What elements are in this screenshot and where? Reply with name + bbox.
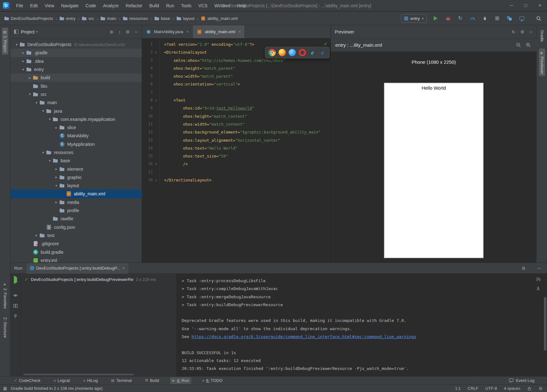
pin-icon[interactable] <box>13 314 18 319</box>
tree-item-.gitignore[interactable]: .gitignore <box>10 240 142 248</box>
breadcrumb-item-DevEcoStudioProjects[interactable]: DevEcoStudioProjects <box>4 16 53 21</box>
tree-item-slice[interactable]: ▸slice <box>10 123 142 132</box>
breadcrumb-item-layout[interactable]: layout <box>177 16 194 21</box>
tree-item-libs[interactable]: libs <box>10 82 142 90</box>
tree-item-java[interactable]: ▾java <box>10 107 142 115</box>
menu-run[interactable]: Run <box>162 0 178 11</box>
menu-vcs[interactable]: VCS <box>195 0 211 11</box>
tree-expanded-arrow[interactable]: ▾ <box>33 101 39 105</box>
hide-panel-icon[interactable]: ─ <box>529 29 532 34</box>
horizontal-scrollbar[interactable] <box>23 374 134 375</box>
toolwindow-button-build[interactable]: ⚒Build <box>143 377 162 384</box>
tree-item-element[interactable]: ▸element <box>10 165 142 173</box>
tree-item-media[interactable]: ▸media <box>10 198 142 206</box>
indent-widget[interactable]: 4 spaces <box>504 386 520 391</box>
caret-position-widget[interactable]: 1:1 <box>455 386 461 391</box>
sidebar-tab-previewer[interactable]: ◉ Previewer <box>539 49 545 76</box>
tree-item-main[interactable]: ▾main <box>10 98 142 107</box>
chrome-browser-icon[interactable] <box>268 49 276 56</box>
tree-item-build.gradle[interactable]: build.gradle <box>10 248 142 256</box>
tree-expanded-arrow[interactable]: ▾ <box>47 117 53 121</box>
locate-file-icon[interactable]: ⊕ <box>110 29 114 34</box>
breadcrumb-item-base[interactable]: base <box>155 16 170 21</box>
tree-item-.gradle[interactable]: ▸.gradle <box>10 49 142 57</box>
close-tab-icon[interactable]: × <box>122 266 125 270</box>
toolwindow-button-hilog[interactable]: ≡HiLog <box>81 377 100 384</box>
search-everywhere-button[interactable] <box>535 15 542 22</box>
menu-build[interactable]: Build <box>146 0 162 11</box>
menu-edit[interactable]: Edit <box>27 0 41 11</box>
tree-item-graphic[interactable]: ▸graphic <box>10 173 142 181</box>
tree-expanded-arrow[interactable]: ▾ <box>53 184 59 188</box>
settings-gear-icon[interactable]: ⚙ <box>126 29 130 34</box>
soft-wrap-icon[interactable] <box>536 277 541 282</box>
settings-gear-icon[interactable]: ⚙ <box>521 29 525 34</box>
rerun-button[interactable] <box>14 277 17 282</box>
sidebar-tab-project[interactable]: ▦ 1: Project <box>2 28 8 55</box>
tree-item-entry.iml[interactable]: entry.iml <box>10 256 142 263</box>
breadcrumb-item-entry[interactable]: entry <box>60 16 75 21</box>
breadcrumb-item-resources[interactable]: resources <box>123 16 148 21</box>
tree-expanded-arrow[interactable]: ▾ <box>47 159 53 163</box>
show-passed-icon[interactable] <box>13 293 18 298</box>
inspections-ok-icon[interactable]: ✓ <box>324 41 328 47</box>
sidebar-tab-structure[interactable]: Z: Structure <box>0 315 10 340</box>
tree-item-rawfile[interactable]: rawfile <box>10 215 142 223</box>
tree-item-profile[interactable]: profile <box>10 206 142 215</box>
debug-button[interactable] <box>444 15 451 22</box>
maximize-button[interactable]: □ <box>519 0 533 11</box>
opera-browser-icon[interactable] <box>299 49 306 56</box>
event-log-button[interactable]: Event Log <box>509 378 547 383</box>
tree-item-ability_main.xml[interactable]: ability_main.xml <box>10 190 142 198</box>
tree-item-build[interactable]: ▸build <box>10 74 142 82</box>
tree-item-base[interactable]: ▾base <box>10 157 142 165</box>
toolwindow-button-terminal[interactable]: ▤Terminal <box>109 377 134 384</box>
run-task-tree[interactable]: ✓ DevEcoStudioProjects [:entry:buildDebu… <box>21 274 177 377</box>
run-tab[interactable]: DevEcoStudioProjects [:entry:buildDebugP… <box>26 263 128 274</box>
chevron-down-icon[interactable]: ▾ <box>36 30 38 33</box>
menu-navigate[interactable]: Navigate <box>58 0 82 11</box>
tree-expanded-arrow[interactable]: ▾ <box>20 68 26 72</box>
minimize-button[interactable]: ─ <box>504 0 519 11</box>
tree-item-MyApplication[interactable]: MyApplication <box>10 140 142 148</box>
breadcrumb-item-main[interactable]: main <box>101 16 116 21</box>
encoding-widget[interactable]: UTF-8 <box>485 386 497 391</box>
tree-item-layout[interactable]: ▾layout <box>10 181 142 190</box>
menu-file[interactable]: File <box>13 0 27 11</box>
project-structure-button[interactable] <box>506 15 513 22</box>
menu-refactor[interactable]: Refactor <box>122 0 146 11</box>
run-config-select[interactable]: entry ▾ <box>401 14 427 23</box>
settings-gear-icon[interactable]: ⚙ <box>522 266 526 271</box>
tab-mainability-java[interactable]: MainAbility.java × <box>142 25 193 38</box>
ie-browser-icon[interactable]: e <box>309 49 316 56</box>
fold-marker-icon[interactable]: ∨ <box>153 48 160 56</box>
close-button[interactable]: × <box>533 0 547 11</box>
hide-panel-icon[interactable]: ─ <box>538 266 541 271</box>
tree-collapsed-arrow[interactable]: ▸ <box>27 76 33 80</box>
tool-window-switcher-icon[interactable]: ▦ <box>3 386 7 391</box>
tree-expanded-arrow[interactable]: ▾ <box>27 92 33 96</box>
build-console[interactable]: > Task :entry:processDebugLibsFile> Task… <box>177 274 547 377</box>
run-task-row[interactable]: ✓ DevEcoStudioProjects [:entry:buildDebu… <box>25 277 176 282</box>
toolwindow-button-logcat[interactable]: ≡Logcat <box>51 377 72 384</box>
tree-collapsed-arrow[interactable]: ▸ <box>20 59 26 63</box>
tab-ability-main-xml[interactable]: ability_main.xml × <box>193 25 245 38</box>
coverage-button[interactable]: ↻ <box>457 15 464 22</box>
menu-code[interactable]: Code <box>82 0 99 11</box>
tree-collapsed-arrow[interactable]: ▸ <box>20 51 26 55</box>
fold-marker-icon[interactable]: ∧ <box>153 176 160 184</box>
toolwindow-button-6-todo[interactable]: ≡6: TODO <box>200 377 225 384</box>
tree-item-MainAbility[interactable]: MainAbility <box>10 132 142 140</box>
tree-collapsed-arrow[interactable]: ▸ <box>33 233 39 237</box>
refresh-icon[interactable]: ↻ <box>512 29 515 34</box>
breadcrumb-item-ability_main.xml[interactable]: ability_main.xml <box>201 16 238 21</box>
close-tab-icon[interactable]: × <box>238 29 241 34</box>
breadcrumb-item-src[interactable]: src <box>82 16 94 21</box>
run-button[interactable] <box>432 15 439 22</box>
toolwindow-button-codecheck[interactable]: ✓CodeCheck <box>12 377 43 384</box>
tree-item-com.example.myapplication[interactable]: ▾com.example.myapplication <box>10 115 142 123</box>
toolwindow-button-4-run[interactable]: ▶4: Run <box>170 377 191 384</box>
hide-panel-icon[interactable]: ─ <box>135 29 138 34</box>
zoom-in-icon[interactable] <box>526 42 531 48</box>
menu-tools[interactable]: Tools <box>178 0 195 11</box>
